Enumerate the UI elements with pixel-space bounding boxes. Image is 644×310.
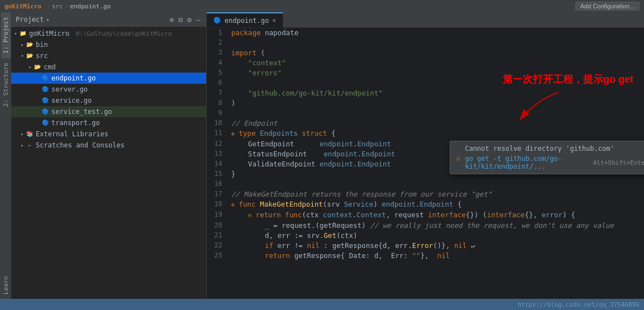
tree-label-endpoint: endpoint.go bbox=[51, 74, 206, 82]
title-bar-right: Add Configuration... bbox=[575, 2, 640, 11]
error-popup: ⚠ Cannot resolve directory 'github.com' … bbox=[450, 141, 644, 174]
tree-arrow-scratches bbox=[19, 142, 26, 148]
code-line-7: 7 "github.com/go-kit/kit/endpoint" bbox=[207, 88, 644, 98]
error-popup-content: Cannot resolve directory 'github.com' go… bbox=[465, 145, 644, 170]
tree-item-server[interactable]: 🔵 server.go bbox=[11, 84, 206, 95]
side-tab-project[interactable]: 1: Project bbox=[1, 12, 11, 58]
code-line-11: 11 ⊕ type Endpoints struct { bbox=[207, 128, 644, 139]
tree-item-endpoint[interactable]: 🔵 endpoint.go bbox=[11, 73, 206, 84]
code-line-25: 25 return getResponse{ Date: d, Err: ""}… bbox=[207, 251, 644, 261]
tree-label-transport: transport.go bbox=[51, 119, 206, 127]
fix-command[interactable]: go get -t github.com/go-kit/kit/endpoint… bbox=[465, 155, 589, 170]
code-line-19: 19 ⊖ return func(ctx context.Context, re… bbox=[207, 210, 644, 221]
status-bar: https://blog.csdn.net/qq_37546096 bbox=[0, 299, 644, 310]
tree-label-src: src bbox=[36, 52, 206, 60]
editor-area: 🔵 endpoint.go × 第一次打开工程，提示go get bbox=[207, 12, 644, 299]
tree-arrow-bin bbox=[19, 42, 26, 47]
panel-dropdown-arrow[interactable]: ▾ bbox=[46, 17, 50, 23]
hide-icon[interactable]: — bbox=[195, 16, 202, 24]
tab-label: endpoint.go bbox=[225, 17, 269, 25]
tree-label-root: goKitMicro H:\GoStudy\code\goKitMicro bbox=[29, 30, 206, 37]
tab-close-icon[interactable]: × bbox=[272, 17, 276, 24]
tree-item-bin[interactable]: 📂 bin bbox=[11, 39, 206, 50]
folder-icon-cmd: 📂 bbox=[34, 63, 41, 71]
error-warning-icon: ⚠ bbox=[456, 153, 460, 162]
breadcrumb-file[interactable]: endpoint.go bbox=[70, 3, 111, 10]
tree-arrow-extlibs bbox=[19, 131, 26, 137]
fix-suggestion-line: go get -t github.com/go-kit/kit/endpoint… bbox=[465, 155, 644, 170]
panel-title: Project bbox=[16, 16, 44, 23]
code-line-22: 22 if err != nil : getResponse{d, err.Er… bbox=[207, 241, 644, 251]
folder-icon-src: 📂 bbox=[26, 52, 34, 60]
title-bar: goKitMicro › src › endpoint.go Add Confi… bbox=[0, 0, 644, 12]
go-icon-server: 🔵 bbox=[41, 85, 49, 93]
panel-header: Project ▾ ⊕ ⊟ ⚙ — bbox=[11, 12, 206, 27]
go-icon-service: 🔵 bbox=[41, 97, 49, 104]
code-line-6: 6 bbox=[207, 78, 644, 88]
code-line-8: 8 ) bbox=[207, 98, 644, 108]
code-line-3: 3 import ( bbox=[207, 48, 644, 58]
code-line-9: 9 bbox=[207, 108, 644, 118]
tree-arrow-cmd bbox=[27, 64, 34, 70]
go-icon-transport: 🔵 bbox=[41, 119, 49, 127]
tree-item-cmd[interactable]: 📂 cmd bbox=[11, 61, 206, 73]
tree-arrow-root bbox=[12, 31, 19, 36]
tree-label-service: service.go bbox=[51, 97, 206, 104]
project-panel: Project ▾ ⊕ ⊟ ⚙ — 📁 goKitMicro H:\GoStud… bbox=[11, 12, 207, 299]
scratches-icon: ✏️ bbox=[26, 141, 34, 149]
app-logo: goKitMicro bbox=[4, 3, 41, 10]
code-editor[interactable]: 第一次打开工程，提示go get ⚠ Cannot resolve direct… bbox=[207, 28, 644, 299]
folder-icon-bin: 📂 bbox=[26, 41, 34, 49]
tree-item-service[interactable]: 🔵 service.go bbox=[11, 95, 206, 106]
scroll-icon[interactable]: ⊟ bbox=[178, 16, 184, 24]
error-message: Cannot resolve directory 'github.com' bbox=[465, 145, 644, 152]
code-line-4: 4 "context" bbox=[207, 58, 644, 68]
panel-actions: ⊕ ⊟ ⚙ — bbox=[169, 16, 202, 24]
tree-arrow-src bbox=[19, 53, 26, 59]
tree-label-cmd: cmd bbox=[44, 63, 206, 71]
code-line-1: 1 package napodate bbox=[207, 28, 644, 38]
add-config-button[interactable]: Add Configuration... bbox=[575, 2, 640, 11]
code-line-20: 20 _ = request.(getRequest) // we really… bbox=[207, 221, 644, 231]
collapse-all-icon[interactable]: ⊕ bbox=[169, 16, 175, 24]
breadcrumb-src[interactable]: src bbox=[52, 3, 63, 10]
status-url: https://blog.csdn.net/qq_37546096 bbox=[517, 301, 640, 308]
tree-label-server: server.go bbox=[51, 85, 206, 93]
tree-label-scratches: Scratches and Consoles bbox=[36, 141, 206, 149]
settings-icon[interactable]: ⚙ bbox=[186, 16, 193, 24]
tree-label-service-test: service_test.go bbox=[51, 108, 206, 116]
extlibs-icon: 📚 bbox=[26, 130, 34, 138]
tab-bar: 🔵 endpoint.go × bbox=[207, 12, 644, 28]
code-line-17: 17 // MakeGetEndpoint returns the respon… bbox=[207, 189, 644, 199]
tree-item-service-test[interactable]: 🔵 service_test.go bbox=[11, 106, 206, 117]
code-line-18: 18 ⊕ func MakeGetEndpoint(srv Service) e… bbox=[207, 199, 644, 210]
tab-file-icon: 🔵 bbox=[213, 17, 221, 24]
code-line-21: 21 d, err := srv.Get(ctx) bbox=[207, 231, 644, 241]
tree-item-transport[interactable]: 🔵 transport.go bbox=[11, 117, 206, 128]
fix-shortcut: Alt+Shift+Enter bbox=[593, 159, 644, 166]
tree-label-extlibs: External Libraries bbox=[36, 130, 206, 138]
editor-tab-endpoint[interactable]: 🔵 endpoint.go × bbox=[207, 12, 283, 27]
go-icon-service-test: 🔵 bbox=[41, 108, 49, 116]
side-tab-learn[interactable]: Learn bbox=[1, 271, 11, 299]
left-side-tabs: 1: Project 2: Structure Learn bbox=[0, 12, 11, 299]
project-icon: 📁 bbox=[19, 30, 27, 37]
code-line-16: 16 bbox=[207, 179, 644, 189]
tree-item-root[interactable]: 📁 goKitMicro H:\GoStudy\code\goKitMicro bbox=[11, 28, 206, 39]
tree-item-src[interactable]: 📂 src bbox=[11, 50, 206, 61]
side-tab-structure[interactable]: 2: Structure bbox=[1, 58, 11, 111]
tree-item-extlibs[interactable]: 📚 External Libraries bbox=[11, 128, 206, 140]
file-tree: 📁 goKitMicro H:\GoStudy\code\goKitMicro … bbox=[11, 27, 206, 299]
code-line-10: 10 // Endpoint bbox=[207, 118, 644, 128]
tree-item-scratches[interactable]: ✏️ Scratches and Consoles bbox=[11, 140, 206, 151]
go-icon-endpoint: 🔵 bbox=[41, 74, 49, 82]
main-layout: 1: Project 2: Structure Learn Project ▾ … bbox=[0, 12, 644, 299]
tree-label-bin: bin bbox=[36, 41, 206, 49]
code-line-5: 5 "errors" bbox=[207, 68, 644, 78]
code-line-2: 2 bbox=[207, 38, 644, 48]
